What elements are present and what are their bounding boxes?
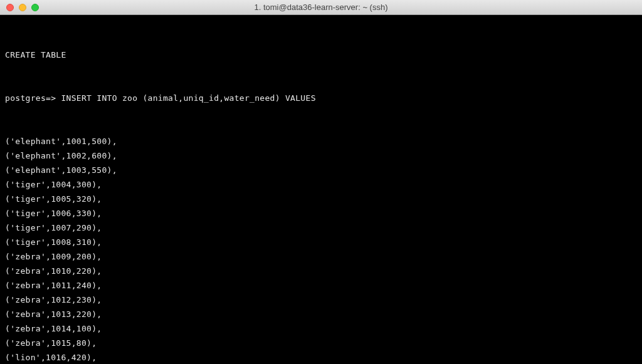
maximize-icon[interactable] xyxy=(31,4,39,11)
window-title: 1. tomi@data36-learn-server: ~ (ssh) xyxy=(0,3,642,12)
prompt-text: postgres=> xyxy=(5,93,56,103)
sql-value-row: ('tiger',1004,300), xyxy=(5,177,637,192)
sql-statement: INSERT INTO zoo (animal,uniq_id,water_ne… xyxy=(61,93,315,103)
terminal-line: CREATE TABLE xyxy=(5,48,637,62)
terminal-line: postgres=> INSERT INTO zoo (animal,uniq_… xyxy=(5,91,637,105)
sql-value-row: ('tiger',1006,330), xyxy=(5,206,637,221)
sql-value-row: ('elephant',1002,600), xyxy=(5,148,637,163)
sql-value-row: ('zebra',1013,220), xyxy=(5,307,637,321)
sql-value-row: ('zebra',1009,200), xyxy=(5,249,637,264)
traffic-lights xyxy=(6,4,39,11)
sql-value-row: ('elephant',1001,500), xyxy=(5,134,637,148)
sql-value-row: ('tiger',1005,320), xyxy=(5,192,637,206)
sql-value-row: ('tiger',1008,310), xyxy=(5,235,637,249)
sql-value-row: ('elephant',1003,550), xyxy=(5,163,637,177)
terminal-viewport[interactable]: CREATE TABLE postgres=> INSERT INTO zoo … xyxy=(0,15,642,364)
window-titlebar: 1. tomi@data36-learn-server: ~ (ssh) xyxy=(0,0,642,15)
sql-value-row: ('zebra',1015,80), xyxy=(5,336,637,350)
sql-value-row: ('zebra',1010,220), xyxy=(5,264,637,278)
sql-value-row: ('zebra',1011,240), xyxy=(5,278,637,293)
sql-value-row: ('tiger',1007,290), xyxy=(5,221,637,235)
close-icon[interactable] xyxy=(6,4,14,11)
sql-value-row: ('zebra',1014,100), xyxy=(5,321,637,336)
sql-value-row: ('lion',1016,420), xyxy=(5,350,637,364)
minimize-icon[interactable] xyxy=(19,4,26,11)
sql-value-row: ('zebra',1012,230), xyxy=(5,293,637,307)
